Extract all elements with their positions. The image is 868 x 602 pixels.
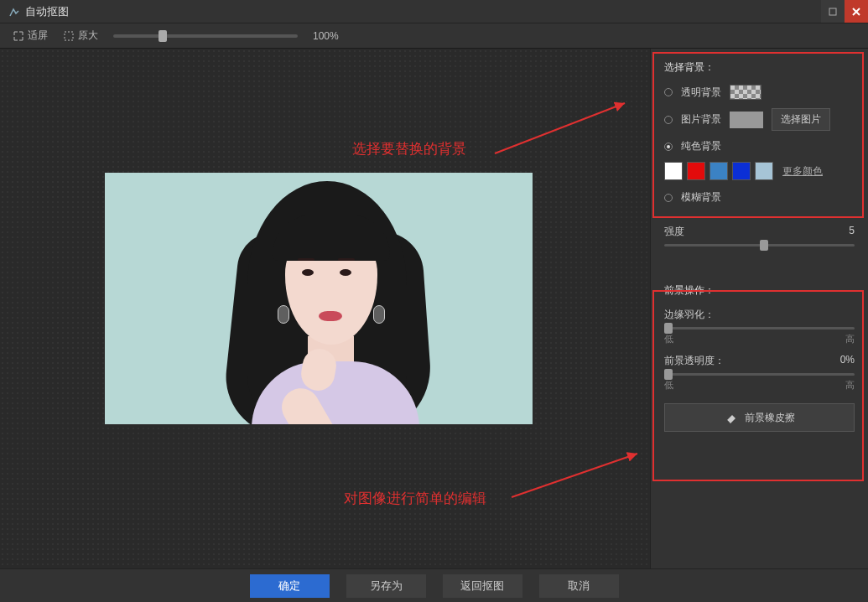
- original-icon: [63, 30, 75, 42]
- slider-thumb[interactable]: [664, 323, 673, 334]
- opacity-value: 0%: [840, 354, 855, 368]
- feather-slider[interactable]: [664, 327, 855, 330]
- save-as-button[interactable]: 另存为: [346, 574, 426, 598]
- portrait-illustration: [214, 181, 432, 424]
- swatch-lightblue[interactable]: [755, 162, 773, 180]
- swatch-blue[interactable]: [709, 162, 728, 180]
- radio-icon: [664, 88, 673, 96]
- foreground-panel: 前景操作： 边缘羽化： 低 高 前景透明度： 0%: [651, 272, 868, 440]
- canvas-area: 选择要替换的背景 对图像进行简单的编辑: [0, 49, 650, 568]
- toolbar: 适屏 原大 100%: [0, 23, 868, 49]
- more-colors-link[interactable]: 更多颜色: [782, 164, 823, 179]
- feather-label: 边缘羽化：: [664, 308, 715, 322]
- cancel-button[interactable]: 取消: [539, 574, 619, 598]
- radio-icon-selected: [664, 143, 673, 151]
- swatch-red[interactable]: [687, 162, 705, 180]
- intensity-value: 5: [849, 225, 855, 239]
- fit-label: 适屏: [28, 29, 48, 43]
- annotation-top: 选择要替换的背景: [352, 139, 466, 158]
- ok-button[interactable]: 确定: [250, 574, 330, 598]
- slider-high-label: 高: [845, 379, 855, 392]
- slider-high-label: 高: [845, 333, 855, 345]
- swatch-darkblue[interactable]: [732, 162, 751, 180]
- slider-low-label: 低: [664, 379, 673, 392]
- zoom-thumb[interactable]: [159, 30, 167, 42]
- radio-icon: [664, 116, 673, 124]
- original-label: 原大: [78, 29, 98, 43]
- select-image-button[interactable]: 选择图片: [772, 108, 830, 131]
- annotation-bottom: 对图像进行简单的编辑: [344, 489, 486, 508]
- color-swatches: 更多颜色: [664, 162, 855, 180]
- close-button[interactable]: [845, 0, 868, 23]
- bg-panel-title: 选择背景：: [664, 60, 855, 75]
- bg-option-solid[interactable]: 纯色背景: [664, 139, 855, 153]
- arrow-top-icon: [486, 95, 637, 162]
- arrow-bottom-icon: [503, 447, 646, 506]
- titlebar: 自动抠图: [0, 0, 868, 23]
- foreground-eraser-button[interactable]: 前景橡皮擦: [664, 403, 855, 432]
- intensity-label: 强度: [664, 225, 684, 239]
- eraser-icon: [725, 412, 738, 423]
- bg-option-blur[interactable]: 模糊背景: [664, 190, 855, 205]
- svg-rect-0: [829, 8, 836, 15]
- bg-option-transparent[interactable]: 透明背景: [664, 85, 855, 100]
- slider-low-label: 低: [664, 333, 673, 345]
- original-size-button[interactable]: 原大: [63, 29, 98, 43]
- blur-bg-label: 模糊背景: [681, 190, 721, 205]
- swatch-white[interactable]: [664, 162, 683, 180]
- intensity-panel: 强度 5: [651, 221, 868, 255]
- window-title: 自动抠图: [25, 4, 821, 19]
- transparency-swatch: [730, 85, 761, 100]
- slider-thumb[interactable]: [664, 369, 673, 380]
- zoom-value: 100%: [313, 30, 339, 42]
- intensity-slider[interactable]: [664, 244, 855, 247]
- image-swatch: [730, 112, 763, 128]
- svg-line-3: [512, 454, 637, 497]
- side-panel: 选择背景： 透明背景 图片背景 选择图片 纯色背景: [650, 49, 868, 568]
- fg-panel-title: 前景操作：: [664, 283, 855, 298]
- radio-icon: [664, 194, 673, 202]
- opacity-label: 前景透明度：: [664, 354, 725, 368]
- footer: 确定 另存为 返回抠图 取消: [0, 568, 868, 602]
- app-icon: [8, 6, 20, 18]
- image-bg-label: 图片背景: [681, 112, 721, 127]
- eraser-label: 前景橡皮擦: [745, 411, 795, 425]
- fit-screen-button[interactable]: 适屏: [13, 29, 48, 43]
- svg-line-2: [495, 103, 625, 153]
- background-panel: 选择背景： 透明背景 图片背景 选择图片 纯色背景: [651, 49, 868, 221]
- solid-bg-label: 纯色背景: [681, 139, 721, 153]
- opacity-slider[interactable]: [664, 373, 855, 376]
- bg-option-image[interactable]: 图片背景 选择图片: [664, 108, 855, 131]
- minimize-button[interactable]: [821, 0, 845, 23]
- slider-thumb[interactable]: [760, 240, 768, 251]
- fit-icon: [13, 30, 24, 42]
- image-preview[interactable]: [105, 173, 533, 424]
- zoom-slider[interactable]: [113, 34, 298, 38]
- svg-rect-1: [65, 32, 73, 40]
- transparent-label: 透明背景: [681, 86, 721, 100]
- back-to-cutout-button[interactable]: 返回抠图: [443, 574, 522, 598]
